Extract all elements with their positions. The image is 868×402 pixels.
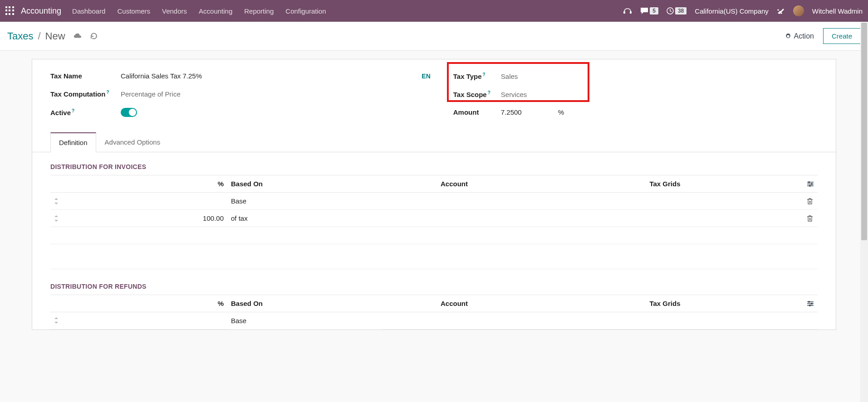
breadcrumb-link[interactable]: Taxes [7,30,33,42]
tax-name-label: Tax Name [50,72,121,80]
action-label: Action [794,32,814,40]
tax-scope-label: Tax Scope? [453,90,501,98]
apps-icon[interactable] [5,6,15,15]
nav-accounting[interactable]: Accounting [199,7,232,15]
col-options[interactable] [803,295,818,312]
activities-icon[interactable]: 38 [667,7,687,15]
cell-based[interactable]: Base [227,312,382,329]
support-icon[interactable] [623,7,632,15]
scrollbar[interactable] [860,22,868,348]
drag-handle-icon[interactable] [50,210,64,227]
user-name[interactable]: Witchell Wadmin [812,7,863,15]
help-icon[interactable]: ? [483,72,485,77]
tab-definition[interactable]: Definition [50,132,96,152]
amount-label: Amount [453,108,501,116]
tax-name-value[interactable]: California Sales Tax 7.25% [121,72,202,80]
col-based: Based On [227,175,382,193]
cell-pct[interactable] [64,193,227,210]
create-button[interactable]: Create [823,28,861,44]
avatar[interactable] [793,5,804,16]
svg-point-3 [808,181,810,183]
subheader: Taxes / New Action Create [0,22,868,51]
delete-row-icon[interactable] [803,193,818,210]
app-title: Accounting [21,6,61,16]
tax-scope-value[interactable]: Services [501,91,527,98]
refunds-table: % Based On Account Tax Grids [50,295,818,329]
action-button[interactable]: Action [785,32,814,40]
nav-dashboard[interactable]: Dashboard [72,7,105,15]
col-pct: % [64,295,227,312]
svg-point-4 [811,183,813,185]
svg-point-8 [809,305,811,306]
subheader-right: Action Create [785,28,861,44]
nav-vendors[interactable]: Vendors [162,7,187,15]
col-account: Account [382,175,527,193]
tax-type-label: Tax Type? [453,72,501,80]
svg-rect-0 [623,11,625,14]
tax-computation-label: Tax Computation? [50,90,121,98]
svg-point-6 [808,301,810,303]
section-refunds: Distribution for Refunds % Based On Acco… [32,269,836,329]
cell-pct[interactable]: 100.00 [64,210,227,227]
col-options[interactable] [803,175,818,193]
invoices-table: % Based On Account Tax Grids [50,175,818,269]
col-grids: Tax Grids [527,175,803,193]
active-toggle[interactable] [121,108,137,117]
nav-reporting[interactable]: Reporting [244,7,274,15]
cloud-save-icon[interactable] [74,32,82,40]
svg-rect-1 [630,11,632,14]
breadcrumb: Taxes / New [7,30,65,42]
cell-based[interactable]: of tax [227,210,382,227]
svg-point-7 [811,303,813,305]
add-line-row: Add a line [50,227,818,244]
messages-badge: 5 [650,7,658,15]
cell-based[interactable]: Base [227,193,382,210]
pct-sign: % [558,108,564,116]
tab-advanced[interactable]: Advanced Options [96,132,169,152]
delete-row-icon[interactable] [803,210,818,227]
active-label: Active? [50,108,121,116]
form-sheet: Tax Name California Sales Tax 7.25% EN T… [32,59,836,330]
lang-badge[interactable]: EN [422,73,430,80]
topbar-right: 5 38 California(US) Company Witchell Wad… [623,5,863,16]
company-selector[interactable]: California(US) Company [695,7,769,15]
debug-icon[interactable] [777,7,785,15]
svg-point-5 [809,185,811,187]
table-row[interactable]: Base [50,312,818,329]
breadcrumb-sep: / [38,30,40,42]
table-row[interactable]: Base [50,193,818,210]
col-account: Account [382,295,527,312]
amount-value[interactable]: 7.2500 [501,108,522,116]
col-grids: Tax Grids [527,295,803,312]
cell-pct[interactable] [64,312,227,329]
tax-type-value[interactable]: Sales [501,73,518,80]
activities-badge: 38 [675,7,687,15]
sub-icons [74,32,98,40]
nav-configuration[interactable]: Configuration [285,7,326,15]
drag-handle-icon[interactable] [50,193,64,210]
tax-computation-value[interactable]: Percentage of Price [121,90,181,98]
section-invoices: Distribution for Invoices % Based On Acc… [32,152,836,269]
tabs: Definition Advanced Options [32,132,836,152]
help-icon[interactable]: ? [488,90,490,95]
help-icon[interactable]: ? [72,108,74,113]
nav-customers[interactable]: Customers [117,7,150,15]
top-navbar: Accounting Dashboard Customers Vendors A… [0,0,868,22]
help-icon[interactable]: ? [106,90,109,95]
discard-icon[interactable] [90,32,98,40]
scrollbar-thumb[interactable] [861,23,867,240]
messages-icon[interactable]: 5 [640,7,658,15]
col-based: Based On [227,295,382,312]
drag-handle-icon[interactable] [50,312,64,329]
nav-menu: Dashboard Customers Vendors Accounting R… [72,7,623,15]
col-pct: % [64,175,227,193]
section-title-refunds: Distribution for Refunds [50,283,818,290]
breadcrumb-current: New [45,30,65,42]
main-wrap: Tax Name California Sales Tax 7.25% EN T… [0,51,868,348]
table-row[interactable]: 100.00 of tax [50,210,818,227]
section-title-invoices: Distribution for Invoices [50,163,818,170]
